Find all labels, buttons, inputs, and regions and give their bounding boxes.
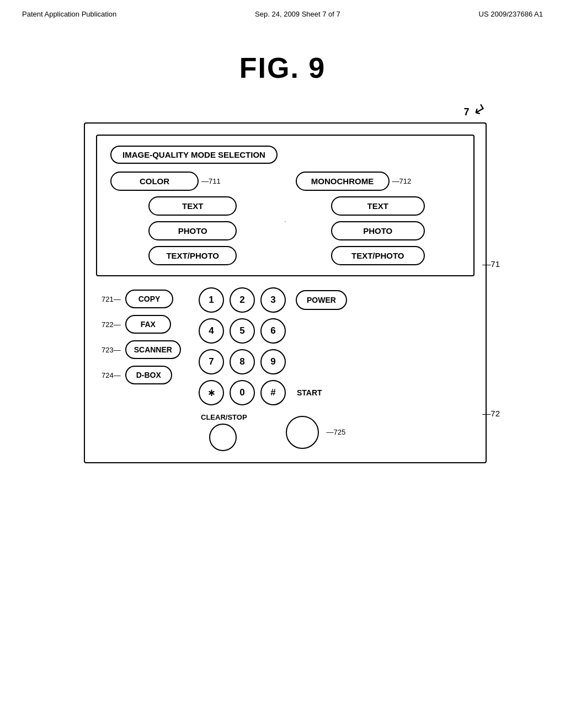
key-1[interactable]: 1 — [199, 287, 224, 313]
key-3[interactable]: 3 — [260, 287, 286, 313]
scanner-btn[interactable]: SCANNER — [125, 340, 181, 359]
keypad-row-2: 4 5 6 — [199, 318, 469, 344]
power-btn[interactable]: POWER — [296, 290, 347, 310]
fax-btn[interactable]: FAX — [125, 315, 171, 334]
panel-72: 721— COPY 722— FAX 723— SCANNER 724— D-B… — [96, 287, 475, 451]
func-mode-row-scanner: 723— SCANNER — [102, 340, 190, 359]
key-8[interactable]: 8 — [230, 349, 255, 374]
func-mode-row-copy: 721— COPY — [102, 290, 190, 308]
ref-712: —712 — [392, 177, 412, 185]
ref-711: —711 — [201, 177, 221, 185]
func-mode-row-dbox: 724— D-BOX — [102, 366, 190, 384]
func-mode-row-fax: 722— FAX — [102, 315, 190, 334]
ref-7-label: 7 — [464, 106, 470, 117]
header-left: Patent Application Publication — [22, 10, 116, 18]
clear-stop-label: CLEAR/STOP — [201, 413, 247, 421]
diagram-area: 7 ↵ —71 IMAGE-QUALITY MODE SELECTION COL… — [67, 101, 498, 463]
clear-stop-btn[interactable] — [209, 424, 237, 451]
key-4[interactable]: 4 — [199, 318, 224, 344]
color-column: COLOR —711 TEXT PHOTO TEXT/PHOTO — [110, 172, 275, 265]
ref-725: —725 — [327, 428, 346, 436]
dbox-btn[interactable]: D-BOX — [125, 366, 172, 384]
color-photo-btn[interactable]: PHOTO — [148, 221, 237, 240]
key-0[interactable]: 0 — [230, 380, 255, 405]
figure-title: FIG. 9 — [0, 51, 565, 84]
panel-71: IMAGE-QUALITY MODE SELECTION COLOR —711 … — [96, 135, 475, 276]
key-star[interactable]: ∗ — [199, 380, 224, 405]
mono-photo-btn[interactable]: PHOTO — [331, 221, 425, 240]
key-5[interactable]: 5 — [230, 318, 255, 344]
page-header: Patent Application Publication Sep. 24, … — [0, 0, 565, 18]
header-right: US 2009/237686 A1 — [479, 10, 543, 18]
key-2[interactable]: 2 — [230, 287, 255, 313]
return-arrow-icon: ↵ — [470, 99, 490, 121]
copy-btn[interactable]: COPY — [125, 290, 174, 308]
start-label: START — [297, 388, 322, 397]
keypad-row-3: 7 8 9 — [199, 349, 469, 374]
keypad-row-1: 1 2 3 POWER — [199, 287, 469, 313]
mono-column: MONOCHROME —712 TEXT PHOTO TEXT/PHOTO — [296, 172, 461, 265]
header-center: Sep. 24, 2009 Sheet 7 of 7 — [255, 10, 340, 18]
mono-text-photo-btn[interactable]: TEXT/PHOTO — [331, 246, 425, 265]
mono-text-btn[interactable]: TEXT — [331, 196, 425, 216]
ref-723: 723— — [102, 346, 121, 354]
color-text-btn[interactable]: TEXT — [148, 196, 237, 216]
keypad-row-5: CLEAR/STOP —725 — [199, 413, 469, 451]
mono-header-btn[interactable]: MONOCHROME — [296, 172, 390, 191]
iq-mode-title: IMAGE-QUALITY MODE SELECTION — [110, 146, 278, 164]
start-btn[interactable] — [286, 416, 319, 449]
key-9[interactable]: 9 — [260, 349, 286, 374]
key-6[interactable]: 6 — [260, 318, 286, 344]
ref-721: 721— — [102, 295, 121, 303]
ref-71: —71 — [482, 259, 500, 269]
func-mode-panel: 721— COPY 722— FAX 723— SCANNER 724— D-B… — [102, 290, 190, 384]
column-divider: · — [284, 172, 287, 265]
ref-72: —72 — [482, 409, 500, 418]
key-7[interactable]: 7 — [199, 349, 224, 374]
color-header-btn[interactable]: COLOR — [110, 172, 199, 191]
color-text-photo-btn[interactable]: TEXT/PHOTO — [148, 246, 237, 265]
keypad-panel: 1 2 3 POWER 4 5 6 7 8 9 — [199, 287, 469, 451]
key-hash[interactable]: # — [260, 380, 286, 405]
ref-722: 722— — [102, 320, 121, 329]
keypad-row-4: ∗ 0 # START — [199, 380, 469, 405]
ref-724: 724— — [102, 371, 121, 379]
